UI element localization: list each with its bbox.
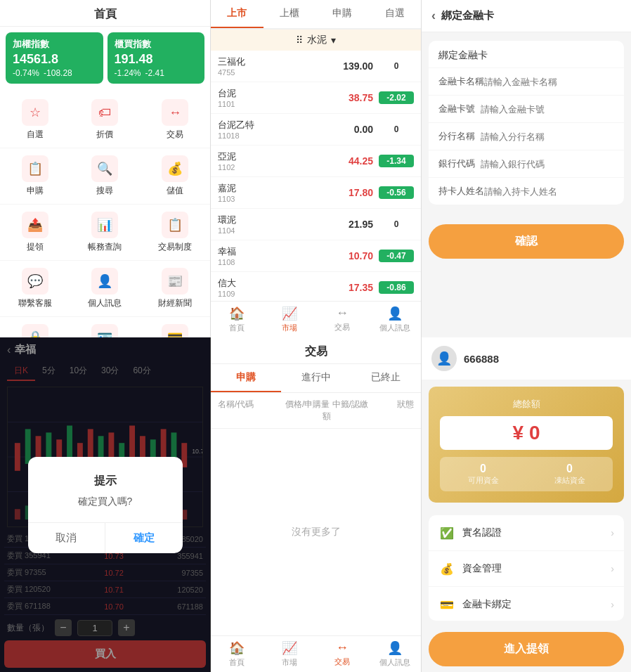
stock-tab-自選[interactable]: 自選 [368,0,421,28]
available-value: 0 [468,463,499,475]
trade-nav-item-個人訊息[interactable]: 👤個人訊息 [368,636,421,672]
stock-tab-上市[interactable]: 上市 [211,0,264,28]
list-item[interactable]: 環泥 1104 21.95 0 [211,209,421,240]
stock-info-3: 亞泥 1102 [218,150,334,172]
menu-label-6: 提領 [27,241,44,253]
form-input-4[interactable] [484,186,614,197]
stock-name-2: 台泥乙特 [218,119,334,131]
list-item[interactable]: 台泥 1101 38.75 -2.02 [211,82,421,114]
dialog-confirm-btn[interactable]: 確定 [105,523,183,553]
withdraw-btn[interactable]: 進入提領 [429,632,624,666]
panel-chart: ‹ 幸福 日K5分10分30分60分 [0,337,211,672]
trade-nav-label-1: 市場 [282,657,297,668]
account-menu-item-1[interactable]: 💰 資金管理 › [429,551,624,587]
stock-nav-item-個人訊息[interactable]: 👤個人訊息 [368,302,421,337]
stock-nav-item-首頁[interactable]: 🏠首頁 [211,302,264,337]
home-menu-item-3[interactable]: 📋 申購 [0,148,70,205]
menu-label-1: 折價 [96,129,113,141]
form-input-2[interactable] [481,131,614,142]
home-menu-item-10[interactable]: 👤 個人訊息 [70,261,141,317]
trade-nav-item-交易[interactable]: ↔交易 [316,636,369,672]
stock-price-3: 44.25 [334,155,373,167]
bind-card-back-btn[interactable]: ‹ [431,8,436,23]
stock-name-1: 台泥 [218,87,334,100]
stock-nav-label-2: 交易 [334,322,350,332]
home-menu-item-11[interactable]: 📰 財經新聞 [140,261,210,317]
stock-info-0: 三福化 4755 [218,56,334,77]
card-section-title: 綁定金融卡 [429,41,624,67]
index-weighted[interactable]: 加權指數 14561.8 -0.74% -108.28 [6,32,103,84]
menu-icon-0: ☆ [22,99,48,126]
home-menu-item-5[interactable]: 💰 儲值 [140,148,210,205]
list-item[interactable]: 亞泥 1102 44.25 -1.34 [211,146,421,177]
stock-code-6: 1108 [218,258,334,266]
account-menu-icon-1: 💰 [438,560,455,577]
home-menu-item-6[interactable]: 📤 提領 [0,205,70,261]
list-item[interactable]: 三福化 4755 139.00 0 [211,51,421,82]
list-item[interactable]: 信大 1109 17.35 -0.86 [211,272,421,301]
stock-change-0: 0 [379,60,414,72]
form-input-1[interactable] [481,104,614,115]
home-menu-item-2[interactable]: ↔ 交易 [140,92,210,148]
home-title: 首頁 [0,0,210,27]
stock-price-6: 10.70 [334,250,373,261]
balance-frozen: 0 凍結資金 [554,463,585,486]
list-item[interactable]: 嘉泥 1103 17.80 -0.56 [211,177,421,209]
stock-name-0: 三福化 [218,56,334,68]
card-form: 綁定金融卡 金融卡名稱 金融卡號 分行名稱 銀行代碼 持卡人姓名 [429,41,624,205]
home-menu-item-0[interactable]: ☆ 自選 [0,92,70,148]
trade-nav-item-首頁[interactable]: 🏠首頁 [211,636,264,672]
account-menu-arrow-2: › [611,599,614,610]
account-menu-item-2[interactable]: 💳 金融卡綁定 › [429,587,624,621]
trade-col-header: 名稱/代碼 價格/申購量 中籤/認繳額 狀態 [211,393,421,429]
trade-nav-label-2: 交易 [334,657,350,667]
trade-tab-已終止[interactable]: 已終止 [351,364,421,392]
stock-nav-item-交易[interactable]: ↔交易 [316,302,369,337]
form-label-1: 金融卡號 [438,103,481,115]
stock-tab-上櫃[interactable]: 上櫃 [264,0,316,28]
index-weighted-pt: -108.28 [44,68,72,78]
list-item[interactable]: 台泥乙特 11018 0.00 0 [211,114,421,146]
trade-tab-申購[interactable]: 申購 [211,364,281,392]
stock-name-7: 信大 [218,277,334,290]
trade-tab-進行中[interactable]: 進行中 [281,364,351,392]
trade-nav-icon-2: ↔ [336,640,349,655]
index-otc[interactable]: 櫃買指數 191.48 -1.24% -2.41 [108,32,205,84]
available-label: 可用資金 [468,475,499,486]
menu-label-9: 聯繫客服 [18,297,52,309]
index-weighted-pct: -0.74% [13,68,39,78]
index-weighted-value: 14561.8 [13,52,96,67]
home-menu-item-8[interactable]: 📋 交易制度 [140,205,210,261]
stock-price-2: 0.00 [334,124,373,135]
menu-label-4: 搜尋 [96,185,113,197]
bind-card-confirm-btn[interactable]: 確認 [429,224,624,259]
stock-nav-item-市場[interactable]: 📈市場 [264,302,316,337]
dialog-overlay: 提示 確定買入嗎? 取消 確定 [0,337,210,672]
sector-bar[interactable]: ⠿ 水泥 ▾ [211,30,421,51]
menu-icon-7: 📊 [91,212,118,238]
account-menu-label-2: 金融卡綁定 [462,598,611,611]
stock-price-7: 17.35 [334,282,373,293]
stock-info-5: 環泥 1104 [218,214,334,235]
home-menu-item-1[interactable]: 🏷 折價 [70,92,141,148]
sector-label: 水泥 [307,34,327,46]
stock-info-2: 台泥乙特 11018 [218,119,334,140]
form-input-0[interactable] [484,77,614,87]
form-input-3[interactable] [481,159,614,169]
dialog-cancel-btn[interactable]: 取消 [28,523,106,553]
panel-account: 👤 666888 總餘額 ¥ 0 0 可用資金 0 凍結資金 ✅ 實名認證 › … [422,337,631,672]
home-menu-item-9[interactable]: 💬 聯繫客服 [0,261,70,317]
list-item[interactable]: 幸福 1108 10.70 -0.47 [211,240,421,272]
index-otc-value: 191.48 [115,52,198,67]
col-name: 名稱/代碼 [218,399,283,422]
stock-change-1: -2.02 [379,91,414,104]
home-menu-item-7[interactable]: 📊 帳務查詢 [70,205,141,261]
account-menu-item-0[interactable]: ✅ 實名認證 › [429,515,624,551]
trade-nav-item-市場[interactable]: 📈市場 [264,636,316,672]
col-status: 狀態 [370,399,414,422]
stock-tab-申購[interactable]: 申購 [316,0,369,28]
form-label-0: 金融卡名稱 [438,75,484,88]
menu-label-0: 自選 [27,129,44,141]
balance-row: 0 可用資金 0 凍結資金 [440,457,613,491]
home-menu-item-4[interactable]: 🔍 搜尋 [70,148,141,205]
